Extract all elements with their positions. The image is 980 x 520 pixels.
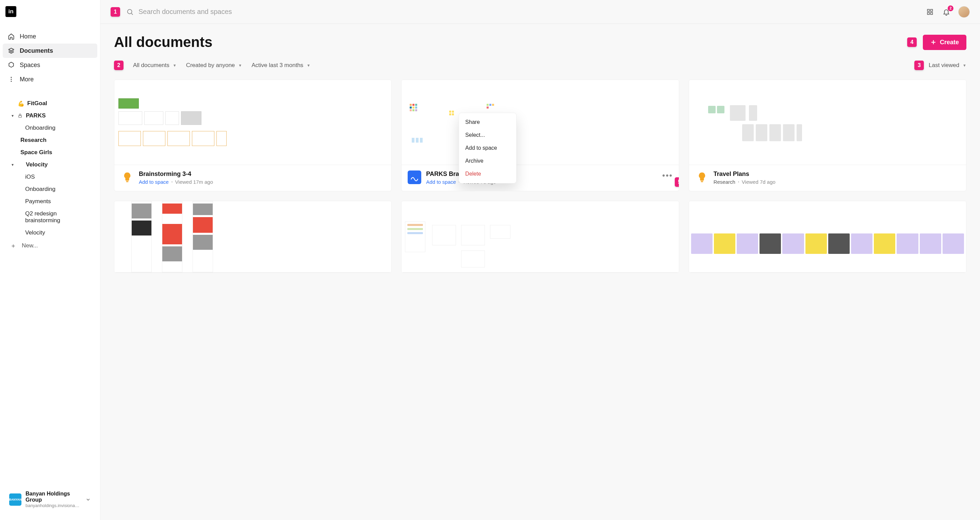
add-to-space-link[interactable]: Add to space [139, 179, 169, 185]
nav-home[interactable]: Home [3, 29, 97, 44]
space-velocity-q2[interactable]: Q2 redesign brainstorming [3, 208, 97, 227]
topbar-actions: 2 [926, 6, 970, 18]
search-input[interactable] [138, 8, 920, 16]
space-velocity[interactable]: ▾ Velocity [3, 159, 97, 171]
menu-archive[interactable]: Archive [459, 154, 516, 167]
space-velocity-onboarding[interactable]: Onboarding [3, 183, 97, 196]
nav-documents[interactable]: Documents [3, 44, 97, 58]
document-thumbnail [689, 80, 966, 165]
filter-owner[interactable]: Created by anyone ▼ [186, 62, 242, 69]
document-type-icon [695, 170, 709, 184]
space-new[interactable]: ＋ New... [3, 239, 97, 253]
menu-select[interactable]: Select... [459, 129, 516, 142]
space-parks-onboarding[interactable]: Onboarding [3, 122, 97, 134]
space-label: FitGoal [27, 100, 47, 107]
space-label: Velocity [26, 161, 48, 168]
menu-add-to-space[interactable]: Add to space [459, 142, 516, 154]
nav-spaces[interactable]: Spaces [3, 58, 97, 72]
annotation-badge-2: 2 [114, 60, 124, 70]
menu-delete[interactable]: Delete [459, 167, 516, 180]
space-label: Research [714, 179, 735, 185]
content: All documents 4 Create 2 All documents ▼… [100, 24, 980, 520]
document-viewed: Viewed 7d ago [742, 179, 775, 185]
filters-row: 2 All documents ▼ Created by anyone ▼ Ac… [114, 60, 966, 70]
space-label: PARKS [26, 112, 46, 119]
space-label: Onboarding [25, 186, 56, 192]
chevron-down-icon: ▼ [238, 63, 242, 67]
nav-label: Documents [20, 47, 53, 54]
page-header: All documents 4 Create [114, 34, 966, 50]
document-title: Brainstorming 3-4 [139, 170, 385, 178]
plus-icon [930, 39, 937, 45]
emoji-icon: 💪 [18, 100, 24, 107]
sort-group: 3 Last viewed ▼ [914, 60, 966, 70]
document-viewed: Viewed 17m ago [175, 179, 213, 185]
user-avatar[interactable] [958, 6, 970, 18]
filter-label: Created by anyone [186, 62, 235, 69]
notification-count-badge: 2 [948, 5, 953, 11]
workspace-logo: BANYAN [9, 493, 21, 506]
space-velocity-ios[interactable]: iOS [3, 171, 97, 183]
space-research[interactable]: Research [3, 134, 97, 146]
space-fitgoal[interactable]: 💪 FitGoal [3, 97, 97, 110]
search-icon [126, 8, 134, 16]
chevron-down-icon[interactable]: ▾ [10, 162, 15, 167]
space-space-girls[interactable]: Space Girls [3, 146, 97, 159]
space-label: Payments [25, 198, 51, 205]
main: 1 2 All documents [100, 0, 980, 520]
sidebar: in Home Documents Spaces More [0, 0, 100, 520]
document-card[interactable] [114, 201, 392, 273]
space-velocity-velocity[interactable]: Velocity [3, 227, 97, 239]
space-parks[interactable]: ▾ PARKS [3, 110, 97, 122]
chevron-down-icon: ▼ [963, 63, 966, 67]
document-meta-text: Travel Plans Research Viewed 7d ago [714, 170, 960, 185]
document-card[interactable]: Brainstorming 3-4 Add to space Viewed 17… [114, 80, 392, 191]
sort-control[interactable]: Last viewed ▼ [929, 62, 966, 69]
filter-activity[interactable]: Active last 3 months ▼ [251, 62, 310, 69]
grid-view-button[interactable] [926, 8, 934, 16]
workspace-switcher[interactable]: BANYAN Banyan Holdings Group banyanholdi… [5, 487, 95, 512]
document-card[interactable] [689, 201, 966, 273]
space-velocity-payments[interactable]: Payments [3, 196, 97, 208]
documents-grid: Brainstorming 3-4 Add to space Viewed 17… [114, 80, 966, 273]
spaces-icon [8, 61, 15, 69]
logo-wrap: in [0, 0, 100, 19]
notifications-button[interactable]: 2 [942, 8, 951, 16]
chevron-down-icon[interactable]: ▾ [10, 113, 15, 118]
add-to-space-link[interactable]: Add to space [426, 179, 456, 185]
document-title: Travel Plans [714, 170, 960, 178]
grid-icon [927, 8, 933, 15]
card-actions-button[interactable]: ••• [662, 170, 673, 181]
nav-more[interactable]: More [3, 72, 97, 86]
annotation-badge-4: 4 [907, 37, 917, 47]
create-button[interactable]: Create [923, 35, 966, 50]
more-vertical-icon [8, 76, 15, 83]
svg-rect-6 [931, 9, 933, 11]
svg-point-1 [11, 79, 12, 80]
annotation-badge-5: 5 [675, 177, 679, 187]
document-thumbnail [115, 80, 391, 165]
page-title: All documents [114, 34, 212, 50]
document-card[interactable] [401, 201, 679, 273]
annotation-badge-3: 3 [914, 60, 924, 70]
search-wrap [126, 8, 920, 16]
svg-rect-9 [126, 181, 128, 182]
chevron-down-icon: ▼ [307, 63, 310, 67]
document-type-icon [408, 170, 421, 184]
document-card[interactable]: Travel Plans Research Viewed 7d ago [689, 80, 966, 191]
document-thumbnail [115, 201, 391, 273]
lock-icon [18, 113, 23, 118]
document-card[interactable]: PARKS Brainstorming Add to space Viewed … [401, 80, 679, 191]
svg-point-4 [127, 9, 132, 14]
annotation-badge-1: 1 [111, 7, 120, 17]
space-label: Space Girls [21, 149, 52, 156]
workspace-subdomain: banyanholdings.invisionapp.c... [25, 503, 81, 508]
svg-point-0 [11, 77, 12, 78]
filter-type[interactable]: All documents ▼ [133, 62, 177, 69]
document-subtitle: Add to space Viewed 17m ago [139, 179, 385, 185]
menu-share[interactable]: Share [459, 116, 516, 129]
filter-label: Active last 3 months [251, 62, 303, 69]
svg-point-2 [11, 81, 12, 82]
app-logo[interactable]: in [5, 6, 16, 17]
document-meta: Brainstorming 3-4 Add to space Viewed 17… [115, 165, 391, 191]
